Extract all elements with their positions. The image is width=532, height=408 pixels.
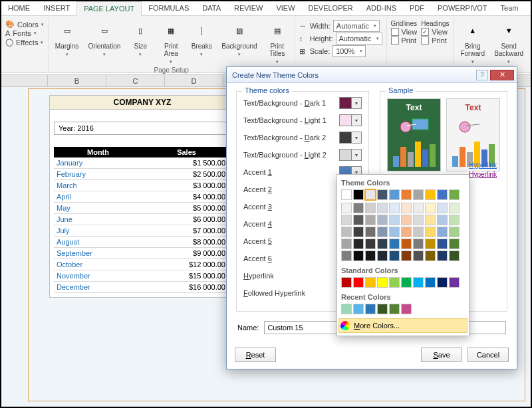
color-swatch[interactable] (413, 251, 424, 261)
save-button[interactable]: Save (421, 348, 462, 362)
color-swatch[interactable] (401, 304, 412, 314)
margins-button[interactable]: ▭Margins▾ (53, 19, 82, 58)
color-swatch[interactable] (353, 189, 364, 200)
orientation-button[interactable]: ▭Orientation▾ (85, 19, 123, 58)
color-swatch[interactable] (365, 304, 376, 314)
bring-button[interactable]: ▲BringForward ▾ (458, 19, 487, 66)
color-swatch[interactable] (389, 251, 400, 261)
color-swatch[interactable] (413, 277, 424, 288)
color-swatch[interactable] (401, 251, 412, 261)
color-swatch[interactable] (341, 239, 352, 249)
color-swatch[interactable] (401, 189, 412, 200)
color-swatch[interactable] (377, 277, 388, 288)
table-row[interactable]: January$1 500.00 (54, 157, 231, 169)
color-swatch[interactable] (425, 203, 436, 213)
color-swatch[interactable] (353, 227, 364, 237)
color-swatch[interactable] (377, 304, 388, 314)
color-swatch[interactable] (377, 215, 388, 225)
color-swatch[interactable] (377, 239, 388, 249)
tab-data[interactable]: DATA (196, 1, 227, 15)
color-swatch[interactable] (425, 189, 436, 200)
table-row[interactable]: August$8 000.00 (54, 237, 231, 248)
color-swatch[interactable] (413, 239, 424, 249)
color-swatch[interactable] (413, 189, 424, 200)
tab-review[interactable]: REVIEW (227, 1, 269, 15)
tab-page-layout[interactable]: PAGE LAYOUT (76, 1, 142, 16)
color-swatch[interactable] (437, 239, 448, 249)
tab-pdf[interactable]: PDF (403, 1, 431, 15)
tab-team[interactable]: Team (494, 1, 525, 15)
color-swatch[interactable] (413, 227, 424, 237)
color-swatch[interactable] (341, 227, 352, 237)
color-swatch[interactable] (377, 189, 388, 200)
color-swatch[interactable] (365, 251, 376, 261)
height-row[interactable]: ↕Height:Automatic▾ (299, 33, 382, 45)
col-C[interactable]: C (106, 75, 165, 86)
color-swatch[interactable] (365, 277, 376, 288)
help-button[interactable]: ? (476, 70, 488, 80)
color-swatch[interactable] (341, 277, 352, 288)
width-row[interactable]: ↔Width:Automatic▾ (299, 20, 382, 32)
color-swatch[interactable] (389, 239, 400, 249)
color-swatch[interactable] (353, 215, 364, 225)
color-swatch[interactable] (353, 239, 364, 249)
headings-print[interactable]: Print (421, 37, 449, 45)
table-row[interactable]: July$7 000.00 (54, 225, 231, 237)
color-swatch[interactable] (401, 203, 412, 213)
color-swatch[interactable] (449, 189, 460, 200)
color-swatch[interactable] (449, 251, 460, 261)
color-swatch[interactable] (425, 277, 436, 288)
color-swatch[interactable] (425, 215, 436, 225)
color-swatch[interactable] (353, 277, 364, 288)
col-D[interactable]: D (165, 75, 223, 86)
send-button[interactable]: ▼SendBackward ▾ (491, 19, 526, 66)
color-swatch[interactable] (389, 227, 400, 237)
tab-powerpivot[interactable]: POWERPIVOT (431, 1, 494, 15)
color-swatch[interactable] (449, 277, 460, 288)
table-row[interactable]: December$16 000.00 (54, 282, 231, 293)
color-swatch[interactable] (365, 227, 376, 237)
color-swatch[interactable] (413, 203, 424, 213)
color-swatch[interactable] (449, 215, 460, 225)
table-row[interactable]: February$2 500.00 (54, 169, 231, 180)
color-swatch[interactable] (449, 239, 460, 249)
tab-home[interactable]: HOME (1, 1, 37, 15)
color-swatch[interactable] (449, 203, 460, 213)
color-swatch[interactable] (389, 203, 400, 213)
year-cell[interactable]: Year: 2016 (54, 122, 231, 135)
color-swatch[interactable] (413, 215, 424, 225)
close-button[interactable]: ✕ (490, 70, 514, 80)
color-swatch[interactable] (389, 215, 400, 225)
color-swatch[interactable] (377, 227, 388, 237)
dialog-titlebar[interactable]: Create New Theme Colors ? ✕ (227, 67, 517, 83)
color-swatch[interactable] (437, 203, 448, 213)
gridlines-print[interactable]: Print (391, 37, 418, 45)
swatch-2[interactable]: ▼ (339, 132, 362, 144)
color-swatch[interactable] (341, 215, 352, 225)
color-swatch[interactable] (341, 304, 352, 314)
table-row[interactable]: October$12 000.00 (54, 259, 231, 270)
color-swatch[interactable] (437, 215, 448, 225)
reset-button[interactable]: Reset (235, 348, 276, 362)
swatch-0[interactable]: ▼ (339, 97, 362, 109)
col-corner[interactable] (1, 75, 48, 86)
color-swatch[interactable] (425, 227, 436, 237)
breaks-button[interactable]: ┊Breaks▾ (188, 19, 215, 58)
size-button[interactable]: ▯Size▾ (127, 19, 154, 58)
table-row[interactable]: May$5 000.00 (54, 203, 231, 214)
color-swatch[interactable] (353, 203, 364, 213)
more-colors[interactable]: More Colors... (338, 318, 467, 333)
gridlines-view[interactable]: View (391, 28, 418, 36)
color-swatch[interactable] (365, 203, 376, 213)
color-swatch[interactable] (401, 215, 412, 225)
color-swatch[interactable] (365, 215, 376, 225)
table-row[interactable]: April$4 000.00 (54, 191, 231, 203)
tab-formulas[interactable]: FORMULAS (142, 1, 196, 15)
colors-btn[interactable]: 🎨Colors ▾ (5, 20, 44, 29)
color-swatch[interactable] (377, 251, 388, 261)
color-swatch[interactable] (401, 277, 412, 288)
color-swatch[interactable] (341, 189, 352, 200)
color-swatch[interactable] (437, 189, 448, 200)
color-swatch[interactable] (437, 251, 448, 261)
background-button[interactable]: ▨Background▾ (219, 19, 259, 58)
